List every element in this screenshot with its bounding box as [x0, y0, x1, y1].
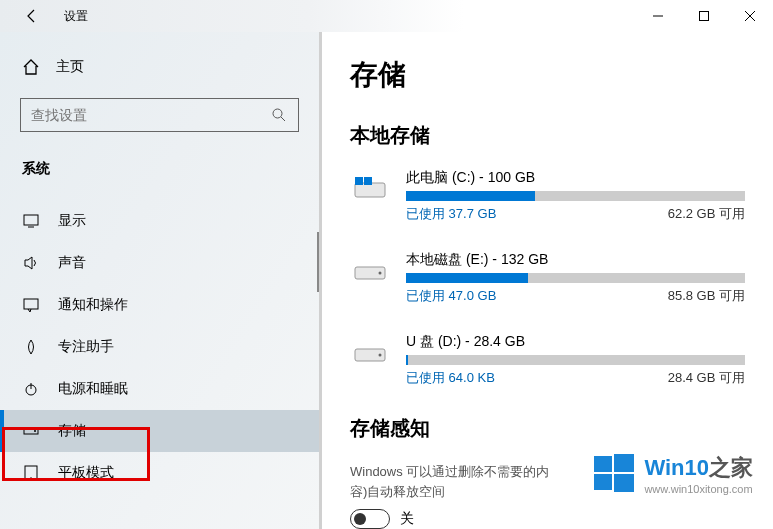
svg-rect-15 — [364, 177, 372, 185]
drive-row[interactable]: 此电脑 (C:) - 100 GB已使用 37.7 GB62.2 GB 可用 — [350, 169, 745, 223]
close-button[interactable] — [727, 0, 773, 32]
svg-rect-6 — [24, 299, 38, 309]
drive-title: 本地磁盘 (E:) - 132 GB — [406, 251, 745, 269]
svg-rect-21 — [614, 454, 634, 472]
search-icon — [270, 106, 288, 124]
drive-icon — [350, 255, 390, 287]
watermark-brand-b: 之家 — [709, 455, 753, 480]
nav-list: 显示 声音 通知和操作 专注助手 电源和睡眠 — [0, 200, 319, 494]
sidebar-item-focus[interactable]: 专注助手 — [0, 326, 319, 368]
windows-logo-icon — [590, 448, 638, 499]
watermark-brand-a: Win10 — [644, 455, 709, 480]
sidebar-item-label: 存储 — [58, 422, 86, 440]
used-label: 已使用 64.0 KB — [406, 369, 495, 387]
svg-rect-23 — [614, 474, 634, 492]
svg-point-12 — [30, 477, 32, 479]
drive-icon — [350, 337, 390, 369]
usage-bar — [406, 355, 745, 365]
tablet-icon — [22, 464, 40, 482]
maximize-button[interactable] — [681, 0, 727, 32]
svg-point-10 — [34, 430, 36, 432]
usage-bar — [406, 191, 745, 201]
svg-point-19 — [379, 354, 382, 357]
usage-bar — [406, 273, 745, 283]
sidebar-item-label: 通知和操作 — [58, 296, 128, 314]
sidebar-item-label: 电源和睡眠 — [58, 380, 128, 398]
svg-line-3 — [281, 117, 285, 121]
sidebar-item-storage[interactable]: 存储 — [0, 410, 319, 452]
notifications-icon — [22, 296, 40, 314]
svg-rect-1 — [700, 12, 709, 21]
drive-title: 此电脑 (C:) - 100 GB — [406, 169, 745, 187]
section-storage-sense: 存储感知 — [350, 415, 745, 442]
minimize-button[interactable] — [635, 0, 681, 32]
sidebar-item-sound[interactable]: 声音 — [0, 242, 319, 284]
window-title: 设置 — [64, 8, 88, 25]
search-input[interactable] — [20, 98, 299, 132]
storage-sense-description: Windows 可以通过删除不需要的内容)自动释放空间 — [350, 462, 550, 501]
page-title: 存储 — [350, 56, 745, 94]
svg-rect-13 — [355, 183, 385, 197]
display-icon — [22, 212, 40, 230]
sidebar-item-notifications[interactable]: 通知和操作 — [0, 284, 319, 326]
used-label: 已使用 47.0 GB — [406, 287, 496, 305]
free-label: 85.8 GB 可用 — [668, 287, 745, 305]
drive-icon — [350, 173, 390, 205]
free-label: 28.4 GB 可用 — [668, 369, 745, 387]
drive-row[interactable]: U 盘 (D:) - 28.4 GB已使用 64.0 KB28.4 GB 可用 — [350, 333, 745, 387]
svg-point-17 — [379, 272, 382, 275]
home-link[interactable]: 主页 — [0, 48, 319, 86]
content-pane: 存储 本地存储 此电脑 (C:) - 100 GB已使用 37.7 GB62.2… — [322, 32, 773, 529]
sidebar-item-display[interactable]: 显示 — [0, 200, 319, 242]
watermark-url: www.win10xitong.com — [644, 483, 753, 495]
sidebar-item-power[interactable]: 电源和睡眠 — [0, 368, 319, 410]
home-icon — [22, 58, 40, 76]
scrollbar-thumb[interactable] — [317, 232, 319, 292]
used-label: 已使用 37.7 GB — [406, 205, 496, 223]
storage-icon — [22, 422, 40, 440]
sidebar: 主页 系统 显示 声音 通知和操作 — [0, 32, 322, 529]
drive-row[interactable]: 本地磁盘 (E:) - 132 GB已使用 47.0 GB85.8 GB 可用 — [350, 251, 745, 305]
svg-rect-4 — [24, 215, 38, 225]
home-label: 主页 — [56, 58, 84, 76]
watermark: Win10之家 www.win10xitong.com — [590, 448, 753, 499]
svg-rect-14 — [355, 177, 363, 185]
sidebar-item-label: 显示 — [58, 212, 86, 230]
free-label: 62.2 GB 可用 — [668, 205, 745, 223]
svg-rect-22 — [594, 474, 612, 490]
toggle-label: 关 — [400, 510, 414, 528]
sidebar-item-tablet[interactable]: 平板模式 — [0, 452, 319, 494]
drive-title: U 盘 (D:) - 28.4 GB — [406, 333, 745, 351]
sidebar-item-label: 专注助手 — [58, 338, 114, 356]
category-heading: 系统 — [0, 140, 319, 188]
sidebar-item-label: 平板模式 — [58, 464, 114, 482]
titlebar: 设置 — [0, 0, 773, 32]
svg-rect-20 — [594, 456, 612, 472]
sidebar-item-label: 声音 — [58, 254, 86, 272]
back-button[interactable] — [16, 0, 48, 32]
search-field[interactable] — [31, 107, 262, 123]
storage-sense-toggle[interactable] — [350, 509, 390, 529]
section-local-storage: 本地存储 — [350, 122, 745, 149]
power-icon — [22, 380, 40, 398]
sound-icon — [22, 254, 40, 272]
svg-point-2 — [273, 109, 282, 118]
focus-icon — [22, 338, 40, 356]
